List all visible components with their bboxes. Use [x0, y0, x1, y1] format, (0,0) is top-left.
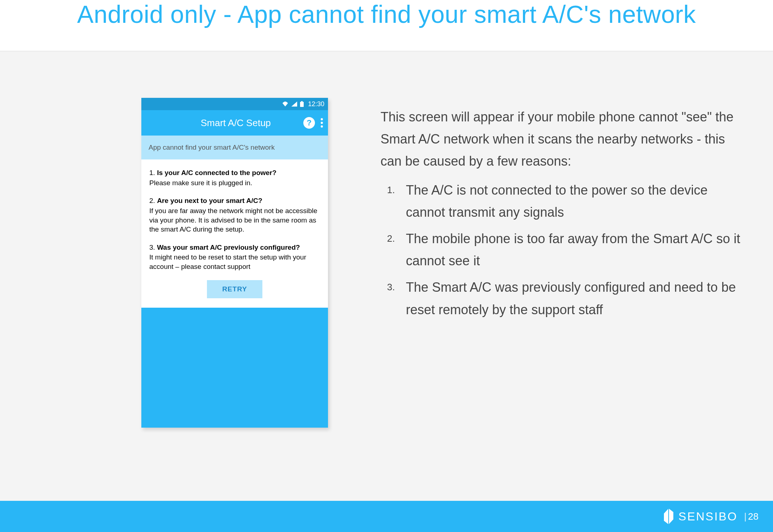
app-bar: Smart A/C Setup ?: [141, 110, 328, 136]
status-clock: 12:30: [308, 100, 324, 108]
signal-icon: [291, 101, 297, 107]
slide-footer: SENSIBO |28: [0, 501, 773, 532]
tip-question: Are you next to your smart A/C?: [157, 197, 262, 204]
slide-body: 12:30 Smart A/C Setup ? App cannot find …: [0, 51, 773, 501]
tip-number: 1.: [149, 169, 155, 176]
battery-icon: [300, 101, 304, 107]
slide: Android only - App cannot find your smar…: [0, 0, 773, 532]
tip-question: Was your smart A/C previously configured…: [157, 244, 300, 251]
tip-item: 3. Was your smart A/C previously configu…: [149, 243, 320, 271]
svg-rect-1: [301, 101, 303, 102]
reasons-list: The A/C is not connected to the power so…: [381, 179, 743, 321]
brand-name: SENSIBO: [678, 510, 737, 523]
overflow-menu-icon[interactable]: [321, 118, 323, 128]
description-intro: This screen will appear if your mobile p…: [381, 106, 743, 173]
reason-item: The mobile phone is too far away from th…: [406, 228, 743, 272]
retry-button[interactable]: RETRY: [207, 280, 262, 298]
help-icon[interactable]: ?: [303, 117, 315, 129]
page-number: |28: [744, 511, 759, 522]
tip-number: 3.: [149, 244, 155, 251]
wifi-icon: [282, 101, 288, 107]
tip-item: 1. Is your A/C connected to the power? P…: [149, 168, 320, 187]
phone-background-fill: [141, 308, 328, 428]
reason-item: The A/C is not connected to the power so…: [406, 179, 743, 223]
android-status-bar: 12:30: [141, 98, 328, 110]
reason-item: The Smart A/C was previously configured …: [406, 276, 743, 320]
sensibo-logo-icon: [663, 508, 674, 524]
tip-question: Is your A/C connected to the power?: [157, 169, 277, 176]
slide-title: Android only - App cannot find your smar…: [77, 0, 696, 28]
tip-body: If you are far away the network might no…: [149, 206, 320, 234]
tips-card: 1. Is your A/C connected to the power? P…: [141, 159, 328, 308]
tip-item: 2. Are you next to your smart A/C? If yo…: [149, 196, 320, 234]
tip-number: 2.: [149, 197, 155, 204]
svg-rect-0: [300, 102, 304, 107]
app-bar-title: Smart A/C Setup: [146, 117, 303, 129]
description-column: This screen will appear if your mobile p…: [381, 106, 743, 325]
error-banner: App cannot find your smart A/C's network: [141, 136, 328, 159]
phone-screenshot: 12:30 Smart A/C Setup ? App cannot find …: [141, 98, 328, 428]
tip-body: Please make sure it is plugged in.: [149, 178, 320, 188]
title-bar: Android only - App cannot find your smar…: [0, 0, 773, 51]
tip-body: It might need to be reset to start the s…: [149, 253, 320, 271]
brand: SENSIBO: [663, 508, 737, 524]
